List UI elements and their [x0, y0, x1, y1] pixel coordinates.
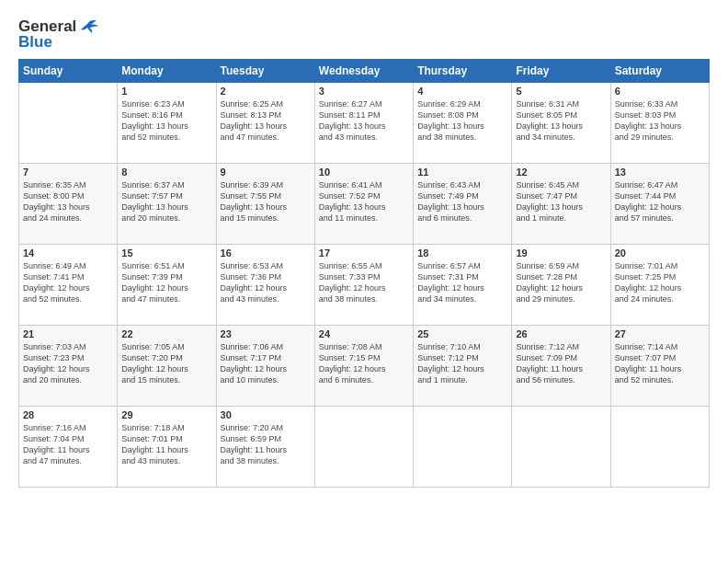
day-number: 20	[615, 247, 705, 259]
day-number: 25	[417, 328, 507, 339]
day-info: Sunrise: 6:43 AM Sunset: 7:49 PM Dayligh…	[417, 179, 507, 224]
calendar-table: SundayMondayTuesdayWednesdayThursdayFrid…	[18, 59, 710, 488]
day-info: Sunrise: 7:18 AM Sunset: 7:01 PM Dayligh…	[121, 422, 211, 467]
calendar-cell: 15Sunrise: 6:51 AM Sunset: 7:39 PM Dayli…	[118, 245, 216, 326]
calendar-cell: 2Sunrise: 6:25 AM Sunset: 8:13 PM Daylig…	[216, 83, 314, 164]
calendar-cell: 13Sunrise: 6:47 AM Sunset: 7:44 PM Dayli…	[610, 164, 709, 245]
day-info: Sunrise: 6:33 AM Sunset: 8:03 PM Dayligh…	[615, 98, 705, 144]
day-number: 18	[417, 247, 507, 259]
calendar-cell: 29Sunrise: 7:18 AM Sunset: 7:01 PM Dayli…	[118, 407, 216, 488]
day-info: Sunrise: 6:39 AM Sunset: 7:55 PM Dayligh…	[221, 179, 311, 224]
calendar-cell: 12Sunrise: 6:45 AM Sunset: 7:47 PM Dayli…	[512, 164, 610, 245]
day-number: 15	[121, 247, 211, 259]
day-number: 8	[121, 167, 211, 178]
day-info: Sunrise: 6:45 AM Sunset: 7:47 PM Dayligh…	[516, 179, 606, 224]
day-info: Sunrise: 6:35 AM Sunset: 8:00 PM Dayligh…	[23, 179, 113, 224]
day-info: Sunrise: 7:12 AM Sunset: 7:09 PM Dayligh…	[516, 341, 606, 386]
day-info: Sunrise: 6:23 AM Sunset: 8:16 PM Dayligh…	[121, 98, 211, 144]
calendar-cell: 3Sunrise: 6:27 AM Sunset: 8:11 PM Daylig…	[314, 83, 413, 164]
calendar-cell: 27Sunrise: 7:14 AM Sunset: 7:07 PM Dayli…	[610, 326, 709, 407]
day-info: Sunrise: 6:53 AM Sunset: 7:36 PM Dayligh…	[221, 260, 311, 305]
day-info: Sunrise: 7:06 AM Sunset: 7:17 PM Dayligh…	[221, 341, 311, 386]
calendar-cell: 10Sunrise: 6:41 AM Sunset: 7:52 PM Dayli…	[314, 164, 413, 245]
day-number: 24	[319, 328, 409, 339]
day-info: Sunrise: 6:57 AM Sunset: 7:31 PM Dayligh…	[417, 260, 507, 305]
calendar-cell: 11Sunrise: 6:43 AM Sunset: 7:49 PM Dayli…	[414, 164, 512, 245]
day-info: Sunrise: 6:59 AM Sunset: 7:28 PM Dayligh…	[516, 260, 606, 305]
logo-bird-icon	[78, 17, 98, 37]
calendar-header-row: SundayMondayTuesdayWednesdayThursdayFrid…	[19, 60, 710, 83]
calendar-cell: 14Sunrise: 6:49 AM Sunset: 7:41 PM Dayli…	[19, 245, 118, 326]
day-info: Sunrise: 6:29 AM Sunset: 8:08 PM Dayligh…	[417, 98, 507, 144]
day-info: Sunrise: 7:14 AM Sunset: 7:07 PM Dayligh…	[615, 341, 705, 386]
day-number: 23	[221, 328, 311, 339]
calendar-cell: 24Sunrise: 7:08 AM Sunset: 7:15 PM Dayli…	[314, 326, 413, 407]
day-info: Sunrise: 7:16 AM Sunset: 7:04 PM Dayligh…	[23, 422, 113, 467]
day-number: 2	[221, 86, 311, 97]
day-number: 5	[516, 86, 606, 97]
calendar-cell: 9Sunrise: 6:39 AM Sunset: 7:55 PM Daylig…	[216, 164, 314, 245]
calendar-cell: 26Sunrise: 7:12 AM Sunset: 7:09 PM Dayli…	[512, 326, 610, 407]
calendar-header-saturday: Saturday	[610, 60, 709, 83]
day-number: 27	[615, 328, 705, 339]
calendar-cell	[512, 407, 610, 488]
day-number: 11	[417, 167, 507, 178]
day-info: Sunrise: 6:55 AM Sunset: 7:33 PM Dayligh…	[319, 260, 409, 305]
day-number: 26	[516, 328, 606, 339]
day-number: 29	[121, 409, 211, 420]
calendar-week-2: 7Sunrise: 6:35 AM Sunset: 8:00 PM Daylig…	[19, 164, 710, 245]
day-number: 30	[221, 409, 311, 420]
logo-blue: Blue	[18, 33, 52, 52]
calendar-header-tuesday: Tuesday	[216, 60, 314, 83]
day-info: Sunrise: 7:03 AM Sunset: 7:23 PM Dayligh…	[23, 341, 113, 386]
calendar-cell: 18Sunrise: 6:57 AM Sunset: 7:31 PM Dayli…	[414, 245, 512, 326]
calendar-week-1: 1Sunrise: 6:23 AM Sunset: 8:16 PM Daylig…	[19, 83, 710, 164]
day-info: Sunrise: 7:05 AM Sunset: 7:20 PM Dayligh…	[121, 341, 211, 386]
day-info: Sunrise: 6:51 AM Sunset: 7:39 PM Dayligh…	[121, 260, 211, 305]
calendar-cell: 30Sunrise: 7:20 AM Sunset: 6:59 PM Dayli…	[216, 407, 314, 488]
calendar-cell: 7Sunrise: 6:35 AM Sunset: 8:00 PM Daylig…	[19, 164, 118, 245]
calendar-cell: 4Sunrise: 6:29 AM Sunset: 8:08 PM Daylig…	[414, 83, 512, 164]
day-number: 3	[319, 86, 409, 97]
day-number: 17	[319, 247, 409, 259]
day-number: 16	[221, 247, 311, 259]
calendar-header-sunday: Sunday	[19, 60, 118, 83]
day-info: Sunrise: 7:20 AM Sunset: 6:59 PM Dayligh…	[221, 422, 311, 467]
calendar-header-monday: Monday	[118, 60, 216, 83]
day-number: 14	[23, 247, 113, 259]
day-info: Sunrise: 7:10 AM Sunset: 7:12 PM Dayligh…	[417, 341, 507, 386]
calendar-cell: 22Sunrise: 7:05 AM Sunset: 7:20 PM Dayli…	[118, 326, 216, 407]
day-number: 4	[417, 86, 507, 97]
calendar-cell: 20Sunrise: 7:01 AM Sunset: 7:25 PM Dayli…	[610, 245, 709, 326]
day-number: 19	[516, 247, 606, 259]
calendar-cell: 25Sunrise: 7:10 AM Sunset: 7:12 PM Dayli…	[414, 326, 512, 407]
calendar-cell: 21Sunrise: 7:03 AM Sunset: 7:23 PM Dayli…	[19, 326, 118, 407]
calendar-cell: 8Sunrise: 6:37 AM Sunset: 7:57 PM Daylig…	[118, 164, 216, 245]
calendar-cell: 16Sunrise: 6:53 AM Sunset: 7:36 PM Dayli…	[216, 245, 314, 326]
calendar-week-3: 14Sunrise: 6:49 AM Sunset: 7:41 PM Dayli…	[19, 245, 710, 326]
day-info: Sunrise: 7:08 AM Sunset: 7:15 PM Dayligh…	[319, 341, 409, 386]
calendar-cell: 28Sunrise: 7:16 AM Sunset: 7:04 PM Dayli…	[19, 407, 118, 488]
logo: General Blue	[18, 17, 98, 52]
day-number: 7	[23, 167, 113, 178]
calendar-cell	[314, 407, 413, 488]
calendar-cell: 1Sunrise: 6:23 AM Sunset: 8:16 PM Daylig…	[118, 83, 216, 164]
calendar-cell: 19Sunrise: 6:59 AM Sunset: 7:28 PM Dayli…	[512, 245, 610, 326]
calendar-cell	[610, 407, 709, 488]
day-number: 1	[121, 86, 211, 97]
day-number: 22	[121, 328, 211, 339]
calendar-cell: 6Sunrise: 6:33 AM Sunset: 8:03 PM Daylig…	[610, 83, 709, 164]
calendar-cell: 5Sunrise: 6:31 AM Sunset: 8:05 PM Daylig…	[512, 83, 610, 164]
day-number: 6	[615, 86, 705, 97]
day-number: 9	[221, 167, 311, 178]
day-info: Sunrise: 6:31 AM Sunset: 8:05 PM Dayligh…	[516, 98, 606, 144]
day-info: Sunrise: 6:25 AM Sunset: 8:13 PM Dayligh…	[221, 98, 311, 144]
calendar-week-5: 28Sunrise: 7:16 AM Sunset: 7:04 PM Dayli…	[19, 407, 710, 488]
calendar-cell	[414, 407, 512, 488]
calendar-cell: 17Sunrise: 6:55 AM Sunset: 7:33 PM Dayli…	[314, 245, 413, 326]
day-info: Sunrise: 6:47 AM Sunset: 7:44 PM Dayligh…	[615, 179, 705, 224]
day-number: 13	[615, 167, 705, 178]
calendar-week-4: 21Sunrise: 7:03 AM Sunset: 7:23 PM Dayli…	[19, 326, 710, 407]
day-info: Sunrise: 7:01 AM Sunset: 7:25 PM Dayligh…	[615, 260, 705, 305]
day-number: 12	[516, 167, 606, 178]
